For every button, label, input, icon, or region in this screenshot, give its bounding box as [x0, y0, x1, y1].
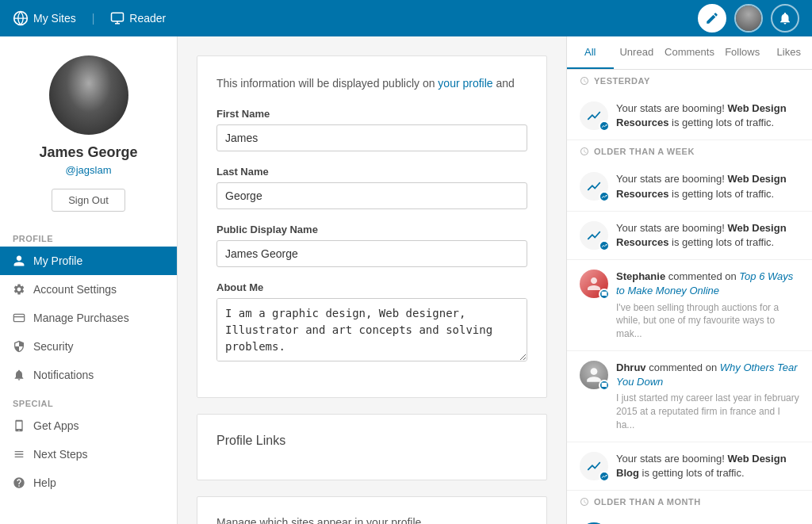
tab-likes[interactable]: Likes	[765, 36, 812, 69]
my-sites-label: My Sites	[33, 12, 76, 25]
tab-follows[interactable]: Follows	[719, 36, 766, 69]
tab-all[interactable]: All	[567, 36, 614, 69]
notif-icon-wrap-dhruv	[580, 361, 608, 389]
main-content: This information will be displayed publi…	[178, 36, 566, 524]
sidebar-item-label-help: Help	[33, 476, 56, 489]
reader-button[interactable]: Reader	[110, 11, 166, 25]
about-me-textarea[interactable]: I am a graphic design, Web designer, Ill…	[216, 298, 527, 361]
notif-text-stats-blog: Your stats are booming! Web Design Blog …	[616, 452, 799, 480]
manage-sites-card: Manage which sites appear in your profil…	[197, 496, 547, 524]
first-name-label: First Name	[216, 108, 527, 120]
topbar: My Sites | Reader	[0, 0, 812, 36]
notif-text-stats-week2: Your stats are booming! Web Design Resou…	[616, 221, 799, 250]
display-name-group: Public Display Name	[216, 224, 527, 267]
sidebar-item-my-profile[interactable]: My Profile	[0, 247, 177, 275]
sidebar-item-label-my-profile: My Profile	[33, 254, 82, 267]
older-week-section-header: OLDER THAN A WEEK	[567, 140, 812, 163]
sidebar-username: @jagslam	[66, 164, 112, 176]
notif-item-stephanie-comment[interactable]: Stephanie commented on Top 6 Ways to Mak…	[567, 260, 812, 351]
profile-section-label: Profile	[0, 228, 177, 247]
last-name-input[interactable]	[216, 182, 527, 209]
sidebar-user-avatar	[49, 55, 128, 135]
sidebar-item-label-next-steps: Next Steps	[33, 448, 87, 461]
notif-text-stats-yesterday: Your stats are booming! Web Design Resou…	[616, 101, 799, 130]
notif-icon-wrap-3	[580, 221, 608, 250]
sidebar-item-help[interactable]: Help	[0, 469, 177, 497]
notif-text-dhruv-comment: Dhruv commented on Why Others Tear You D…	[616, 361, 799, 432]
sidebar: James George @jagslam Sign Out Profile M…	[0, 36, 178, 524]
notif-text-stephanie-comment: Stephanie commented on Top 6 Ways to Mak…	[616, 270, 799, 341]
sidebar-item-next-steps[interactable]: Next Steps	[0, 440, 177, 469]
topbar-divider: |	[92, 12, 95, 25]
first-name-input[interactable]	[216, 124, 527, 151]
notif-item-stats-blog[interactable]: Your stats are booming! Web Design Blog …	[567, 442, 812, 491]
sidebar-item-label-manage-purchases: Manage Purchases	[33, 312, 129, 324]
sidebar-user-name: James George	[39, 144, 137, 161]
yesterday-section-header: YESTERDAY	[567, 70, 812, 92]
sidebar-item-notifications[interactable]: Notifications	[0, 361, 177, 389]
notif-item-wp-anniversary[interactable]: W Happy Anniversary with WordPress.com!	[567, 513, 812, 524]
notifications-tabs: All Unread Comments Follows Likes	[567, 36, 812, 70]
profile-links-card: Profile Links	[197, 414, 547, 480]
notif-icon-wrap	[580, 101, 608, 130]
tab-unread[interactable]: Unread	[614, 36, 661, 69]
notif-badge-comment-dhruv	[599, 380, 610, 391]
notifications-bell-button[interactable]	[771, 4, 799, 33]
about-me-label: About Me	[216, 281, 527, 293]
notif-badge-stats-2	[599, 191, 610, 202]
last-name-label: Last Name	[216, 166, 527, 178]
sidebar-item-label-account-settings: Account Settings	[33, 283, 117, 296]
about-me-group: About Me I am a graphic design, Web desi…	[216, 281, 527, 364]
special-section-label: Special	[0, 389, 177, 411]
notif-badge-comment-stephanie	[599, 289, 610, 300]
display-name-label: Public Display Name	[216, 224, 527, 235]
sign-out-button[interactable]: Sign Out	[52, 189, 125, 212]
sidebar-item-label-get-apps: Get Apps	[33, 419, 79, 432]
notif-icon-wrap-stephanie	[580, 270, 608, 298]
sidebar-item-label-notifications: Notifications	[33, 369, 94, 381]
sidebar-item-account-settings[interactable]: Account Settings	[0, 275, 177, 304]
notif-item-stats-week1[interactable]: Your stats are booming! Web Design Resou…	[567, 163, 812, 211]
sidebar-nav: My Profile Account Settings Manage Purch…	[0, 247, 177, 389]
sidebar-item-manage-purchases[interactable]: Manage Purchases	[0, 304, 177, 332]
edit-button[interactable]	[698, 4, 726, 33]
profile-form-card: This information will be displayed publi…	[197, 55, 547, 398]
first-name-group: First Name	[216, 108, 527, 151]
sidebar-special-nav: Get Apps Next Steps Help	[0, 411, 177, 497]
notif-text-stats-week1: Your stats are booming! Web Design Resou…	[616, 172, 799, 201]
display-name-input[interactable]	[216, 240, 527, 267]
older-month-section-header: OLDER THAN A MONTH	[567, 491, 812, 513]
profile-avatar-button[interactable]	[734, 4, 763, 33]
reader-label: Reader	[129, 12, 166, 25]
notif-badge-stats-3	[599, 240, 610, 251]
notif-icon-wrap-2	[580, 172, 608, 201]
my-sites-button[interactable]: My Sites	[13, 10, 76, 26]
notif-icon-wrap-blog	[580, 452, 608, 480]
notif-badge-stats	[599, 120, 610, 132]
last-name-group: Last Name	[216, 166, 527, 209]
info-text: This information will be displayed publi…	[216, 75, 527, 92]
notifications-panel: All Unread Comments Follows Likes YESTER…	[566, 36, 812, 524]
main-layout: James George @jagslam Sign Out Profile M…	[0, 36, 812, 524]
notifications-list: YESTERDAY Your stats are booming! Web De…	[567, 70, 812, 524]
sidebar-item-label-security: Security	[33, 340, 74, 353]
profile-links-header: Profile Links	[216, 434, 527, 448]
svg-rect-1	[112, 13, 124, 21]
manage-sites-text: Manage which sites appear in your profil…	[216, 516, 527, 524]
sidebar-item-security[interactable]: Security	[0, 332, 177, 361]
sidebar-item-get-apps[interactable]: Get Apps	[0, 411, 177, 440]
notif-item-stats-yesterday[interactable]: Your stats are booming! Web Design Resou…	[567, 92, 812, 140]
notif-badge-stats-blog	[599, 471, 610, 482]
notif-item-dhruv-comment[interactable]: Dhruv commented on Why Others Tear You D…	[567, 351, 812, 442]
your-profile-link[interactable]: your profile	[438, 77, 492, 90]
notif-item-stats-week2[interactable]: Your stats are booming! Web Design Resou…	[567, 212, 812, 260]
svg-rect-4	[13, 314, 24, 321]
tab-comments[interactable]: Comments	[660, 36, 719, 69]
